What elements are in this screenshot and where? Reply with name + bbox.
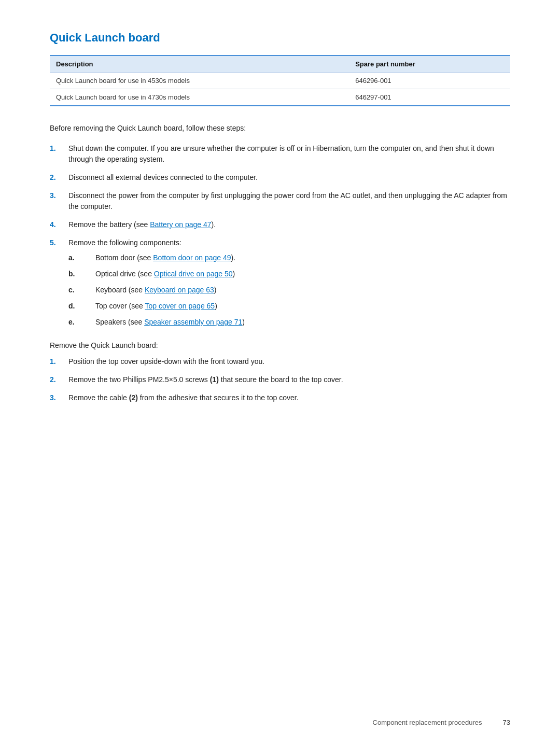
list-item: 4.Remove the battery (see Battery on pag… — [50, 219, 510, 230]
page-footer: Component replacement procedures 73 — [373, 719, 510, 726]
list-item: 3.Remove the cable (2) from the adhesive… — [50, 392, 510, 403]
sub-list-item: a.Bottom door (see Bottom door on page 4… — [68, 252, 510, 263]
bold-text: (2) — [129, 393, 138, 402]
sub-content: Optical drive (see Optical drive on page… — [95, 269, 510, 279]
step-content: Remove the following components:a.Bottom… — [68, 237, 510, 333]
sub-letter: a. — [68, 252, 95, 263]
step-content: Shut down the computer. If you are unsur… — [68, 143, 510, 165]
list-item: 2.Disconnect all external devices connec… — [50, 172, 510, 183]
sub-letter: c. — [68, 285, 95, 296]
step-number: 3. — [50, 392, 68, 403]
footer-page: 73 — [503, 719, 510, 726]
sub-step-link[interactable]: Optical drive on page 50 — [154, 270, 233, 278]
step-number: 2. — [50, 374, 68, 385]
table-header-row: Description Spare part number — [50, 55, 510, 73]
step-number: 1. — [50, 143, 68, 154]
sub-content: Keyboard (see Keyboard on page 63) — [95, 285, 510, 296]
bold-text: (1) — [210, 375, 219, 384]
step-link[interactable]: Battery on page 47 — [150, 220, 211, 229]
intro-text: Before removing the Quick Launch board, … — [50, 123, 510, 134]
sub-content: Bottom door (see Bottom door on page 49)… — [95, 252, 510, 263]
sub-list-item: b.Optical drive (see Optical drive on pa… — [68, 269, 510, 279]
sub-step-link[interactable]: Speaker assembly on page 71 — [144, 318, 242, 326]
step-content: Disconnect the power from the computer b… — [68, 190, 510, 212]
steps-list: 1.Shut down the computer. If you are uns… — [50, 143, 510, 333]
step-content: Disconnect all external devices connecte… — [68, 172, 510, 183]
page-title: Quick Launch board — [50, 31, 510, 45]
sub-letter: b. — [68, 269, 95, 279]
footer-section: Component replacement procedures — [373, 719, 482, 726]
table-header-part-number: Spare part number — [349, 55, 510, 73]
step-content: Remove the battery (see Battery on page … — [68, 219, 510, 230]
table-cell-part-number: 646297-001 — [349, 89, 510, 106]
step-content: Position the top cover upside-down with … — [68, 356, 510, 367]
sub-step-link[interactable]: Bottom door on page 49 — [153, 254, 231, 262]
sub-step-link[interactable]: Top cover on page 65 — [145, 302, 215, 310]
list-item: 3.Disconnect the power from the computer… — [50, 190, 510, 212]
sub-steps-list: a.Bottom door (see Bottom door on page 4… — [68, 252, 510, 328]
step-number: 1. — [50, 356, 68, 367]
sub-list-item: c.Keyboard (see Keyboard on page 63) — [68, 285, 510, 296]
remove-label: Remove the Quick Launch board: — [50, 340, 510, 351]
parts-table: Description Spare part number Quick Laun… — [50, 55, 510, 106]
sub-content: Speakers (see Speaker assembly on page 7… — [95, 317, 510, 328]
sub-content: Top cover (see Top cover on page 65) — [95, 301, 510, 312]
step-number: 5. — [50, 237, 68, 248]
table-row: Quick Launch board for use in 4530s mode… — [50, 73, 510, 89]
sub-step-link[interactable]: Keyboard on page 63 — [145, 286, 214, 294]
step-number: 3. — [50, 190, 68, 201]
table-cell-description: Quick Launch board for use in 4730s mode… — [50, 89, 349, 106]
list-item: 5.Remove the following components:a.Bott… — [50, 237, 510, 333]
table-row: Quick Launch board for use in 4730s mode… — [50, 89, 510, 106]
remove-steps-list: 1.Position the top cover upside-down wit… — [50, 356, 510, 403]
table-header-description: Description — [50, 55, 349, 73]
step-content: Remove the two Phillips PM2.5×5.0 screws… — [68, 374, 510, 385]
list-item: 2.Remove the two Phillips PM2.5×5.0 scre… — [50, 374, 510, 385]
list-item: 1.Position the top cover upside-down wit… — [50, 356, 510, 367]
sub-letter: d. — [68, 301, 95, 312]
step-number: 2. — [50, 172, 68, 183]
table-cell-description: Quick Launch board for use in 4530s mode… — [50, 73, 349, 89]
sub-letter: e. — [68, 317, 95, 328]
list-item: 1.Shut down the computer. If you are uns… — [50, 143, 510, 165]
sub-list-item: e.Speakers (see Speaker assembly on page… — [68, 317, 510, 328]
sub-list-item: d.Top cover (see Top cover on page 65) — [68, 301, 510, 312]
table-cell-part-number: 646296-001 — [349, 73, 510, 89]
step-number: 4. — [50, 219, 68, 230]
step-content: Remove the cable (2) from the adhesive t… — [68, 392, 510, 403]
